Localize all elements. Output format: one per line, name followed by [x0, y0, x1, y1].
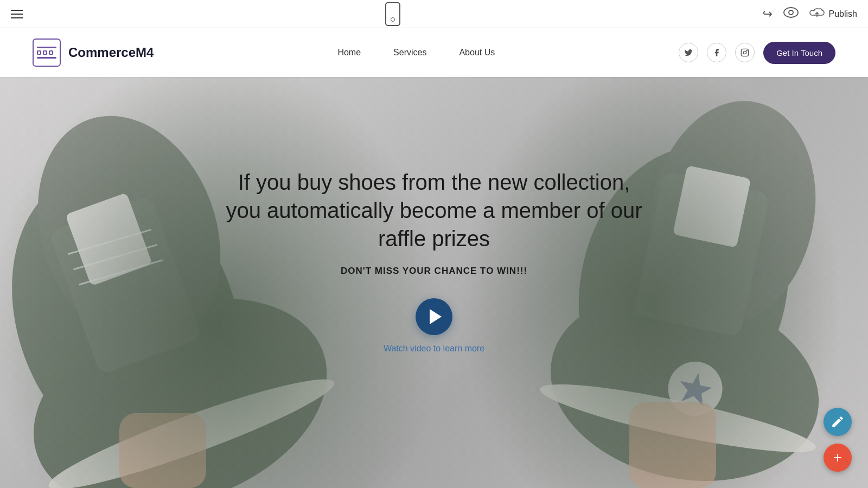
svg-point-4: [744, 51, 746, 54]
watch-video-link[interactable]: Watch video to learn more: [384, 344, 484, 354]
toolbar-center: [385, 2, 400, 26]
site-nav: CommerceM4 Home Services About Us: [0, 28, 868, 77]
facebook-icon[interactable]: [707, 43, 726, 62]
fab-add-button[interactable]: +: [824, 444, 852, 472]
edit-icon: [831, 415, 845, 429]
publish-button[interactable]: Publish: [809, 7, 857, 21]
hero-section: If you buy shoes from the new collection…: [0, 77, 868, 488]
site-logo: CommerceM4: [33, 38, 154, 67]
top-toolbar: ↩ Publish: [0, 0, 868, 28]
nav-links: Home Services About Us: [337, 48, 495, 57]
svg-point-5: [746, 50, 747, 51]
undo-icon[interactable]: ↩: [763, 7, 773, 21]
svg-rect-3: [742, 49, 749, 56]
play-triangle-icon: [430, 309, 442, 324]
svg-point-0: [784, 8, 798, 17]
logo-text: CommerceM4: [68, 45, 154, 60]
play-button[interactable]: [416, 298, 452, 335]
hero-subheadline: DON'T MISS YOUR CHANCE TO WIN!!!: [341, 266, 527, 277]
logo-icon: [33, 38, 61, 67]
preview-eye-icon[interactable]: [783, 7, 799, 21]
nav-right: Get In Touch: [679, 42, 835, 64]
svg-point-1: [789, 10, 793, 15]
twitter-icon[interactable]: [679, 43, 698, 62]
hamburger-menu-icon[interactable]: [11, 10, 23, 18]
cloud-upload-icon: [809, 7, 825, 21]
nav-services[interactable]: Services: [393, 48, 426, 57]
fab-container: +: [824, 408, 852, 472]
video-play-container: Watch video to learn more: [384, 298, 484, 354]
toolbar-left: [11, 10, 23, 18]
website-area: CommerceM4 Home Services About Us: [0, 28, 868, 488]
publish-label: Publish: [829, 9, 857, 19]
get-in-touch-button[interactable]: Get In Touch: [763, 42, 835, 64]
instagram-icon[interactable]: [735, 43, 755, 62]
plus-icon: +: [833, 449, 842, 466]
hero-headline: If you buy shoes from the new collection…: [222, 168, 646, 253]
hero-content: If you buy shoes from the new collection…: [0, 77, 868, 466]
mobile-preview-icon[interactable]: [385, 2, 400, 26]
fab-edit-button[interactable]: [824, 408, 852, 436]
toolbar-right: ↩ Publish: [763, 7, 857, 21]
nav-home[interactable]: Home: [337, 48, 361, 57]
nav-about[interactable]: About Us: [459, 48, 495, 57]
